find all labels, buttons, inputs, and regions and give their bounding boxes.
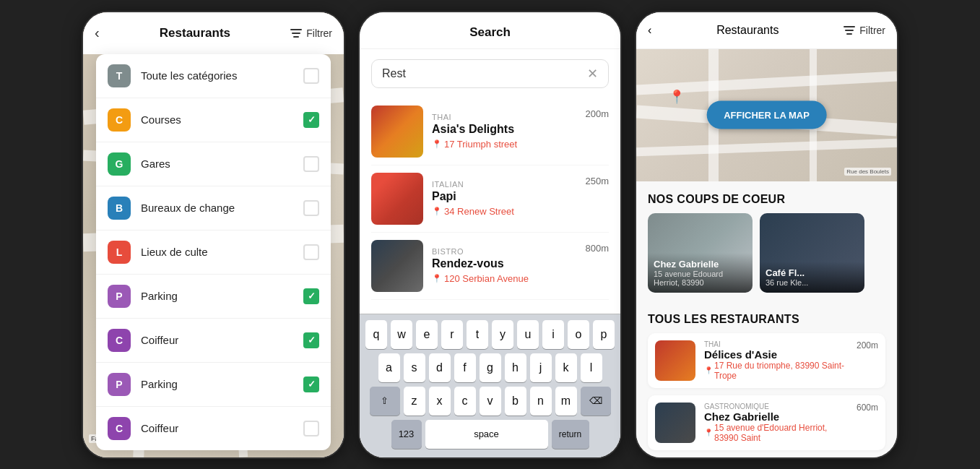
checkbox-parking2[interactable] bbox=[303, 377, 319, 392]
key-w[interactable]: w bbox=[391, 320, 412, 349]
keyboard: q w e r t y u i o p a s d f g h bbox=[360, 314, 620, 457]
key-b[interactable]: b bbox=[505, 387, 526, 416]
key-x[interactable]: x bbox=[429, 387, 451, 416]
cat-label-coiffeur2: Coiffeur bbox=[141, 422, 293, 434]
tous-info-2: GASTRONOMIQUE Chez Gabrielle 15 avenue d… bbox=[704, 403, 848, 443]
cat-badge-p2: P bbox=[108, 373, 131, 396]
kb-row-3: ⇧ z x c v b n m ⌫ bbox=[363, 387, 617, 416]
key-m[interactable]: m bbox=[555, 387, 577, 416]
key-p[interactable]: p bbox=[593, 320, 615, 349]
result-category-2: ITALIAN bbox=[432, 180, 576, 189]
result-name-2: Papi bbox=[432, 190, 576, 203]
tous-item-2[interactable]: GASTRONOMIQUE Chez Gabrielle 15 avenue d… bbox=[648, 395, 885, 450]
key-u[interactable]: u bbox=[517, 320, 539, 349]
screen3-filter-button[interactable]: Filtrer bbox=[844, 25, 885, 36]
key-c[interactable]: c bbox=[454, 387, 476, 416]
checkbox-parking1[interactable] bbox=[303, 288, 319, 304]
search-bar[interactable]: ✕ bbox=[371, 59, 609, 88]
result-address-1: 17 Triumph street bbox=[432, 139, 576, 150]
category-item-all[interactable]: T Toute les catégories bbox=[96, 54, 331, 98]
search-input[interactable] bbox=[382, 67, 581, 80]
key-space[interactable]: space bbox=[425, 420, 548, 449]
category-item-parking1[interactable]: P Parking bbox=[96, 275, 331, 319]
back-button[interactable]: ‹ bbox=[95, 25, 100, 41]
tous-item-1[interactable]: THAI Délices d'Asie 17 Rue du triomphe, … bbox=[648, 333, 885, 388]
key-l[interactable]: l bbox=[581, 353, 602, 382]
result-item-3[interactable]: BISTRO Rendez-vous 120 Serbian Avenue 80… bbox=[371, 233, 609, 300]
category-item-coiffeur2[interactable]: C Coiffeur bbox=[96, 407, 331, 450]
screen1-phone: 📍 📍 M Faidherbe - Chaligny ‹ Restaurants… bbox=[82, 11, 345, 459]
result-thumb-1 bbox=[371, 106, 423, 158]
tous-addr-1: 17 Rue du triomphe, 83990 Saint-Trope bbox=[704, 361, 848, 381]
key-d[interactable]: d bbox=[429, 353, 451, 382]
result-item-2[interactable]: ITALIAN Papi 34 Renew Street 250m bbox=[371, 165, 609, 233]
key-s[interactable]: s bbox=[404, 353, 425, 382]
filter-button[interactable]: Filtrer bbox=[290, 27, 332, 39]
map-section: 📍 📍 Rue des Boulets AFFICHER LA MAP bbox=[636, 49, 897, 181]
coup-card-1[interactable]: Chez Gabrielle 15 avenue Edouard Herriot… bbox=[648, 213, 753, 293]
category-item-lieux[interactable]: L Lieux de culte bbox=[96, 231, 331, 275]
checkbox-bureaux[interactable] bbox=[303, 200, 319, 216]
category-item-courses[interactable]: C Courses bbox=[96, 98, 331, 142]
key-e[interactable]: e bbox=[416, 320, 438, 349]
key-y[interactable]: y bbox=[492, 320, 513, 349]
cat-label-gares: Gares bbox=[141, 158, 293, 170]
key-r[interactable]: r bbox=[441, 320, 463, 349]
key-backspace[interactable]: ⌫ bbox=[581, 387, 611, 416]
tous-info-1: THAI Délices d'Asie 17 Rue du triomphe, … bbox=[704, 340, 848, 381]
checkbox-all[interactable] bbox=[303, 68, 319, 84]
key-t[interactable]: t bbox=[467, 320, 488, 349]
coups-section-title: NOS COUPS DE COEUR bbox=[636, 181, 897, 213]
afficher-map-button[interactable]: AFFICHER LA MAP bbox=[706, 101, 827, 129]
result-thumb-2 bbox=[371, 173, 423, 225]
cat-badge-c2: C bbox=[108, 329, 131, 352]
checkbox-gares[interactable] bbox=[303, 156, 319, 172]
category-item-parking2[interactable]: P Parking bbox=[96, 363, 331, 407]
cat-badge-c1: C bbox=[108, 108, 131, 132]
checkbox-coiffeur1[interactable] bbox=[303, 332, 319, 348]
cat-badge-l: L bbox=[108, 241, 131, 264]
coups-row: Chez Gabrielle 15 avenue Edouard Herriot… bbox=[636, 213, 897, 301]
category-dropdown: T Toute les catégories C Courses G Gares… bbox=[96, 54, 331, 450]
screen3-title: Restaurants bbox=[716, 24, 779, 37]
tous-thumb-1 bbox=[655, 340, 695, 381]
key-f[interactable]: f bbox=[454, 353, 476, 382]
key-z[interactable]: z bbox=[404, 387, 425, 416]
category-item-gares[interactable]: G Gares bbox=[96, 142, 331, 186]
coup-name-2: Café Fl... bbox=[766, 267, 859, 278]
search-results: THAI Asia's Delights 17 Triumph street 2… bbox=[360, 98, 620, 314]
key-a[interactable]: a bbox=[378, 353, 400, 382]
result-info-3: BISTRO Rendez-vous 120 Serbian Avenue bbox=[432, 247, 576, 284]
checkbox-lieux[interactable] bbox=[303, 244, 319, 260]
key-g[interactable]: g bbox=[480, 353, 501, 382]
coup-card-overlay-2: Café Fl... 36 rue Kle... bbox=[760, 262, 864, 293]
key-q[interactable]: q bbox=[365, 320, 387, 349]
key-k[interactable]: k bbox=[555, 353, 577, 382]
screen3-back-button[interactable]: ‹ bbox=[648, 24, 651, 37]
coup-card-overlay-1: Chez Gabrielle 15 avenue Edouard Herriot… bbox=[648, 253, 753, 293]
screen3-header: ‹ Restaurants Filtrer bbox=[636, 12, 897, 49]
key-j[interactable]: j bbox=[530, 353, 552, 382]
result-item-1[interactable]: THAI Asia's Delights 17 Triumph street 2… bbox=[371, 98, 609, 165]
key-h[interactable]: h bbox=[505, 353, 526, 382]
result-address-2: 34 Renew Street bbox=[432, 206, 576, 217]
key-n[interactable]: n bbox=[530, 387, 552, 416]
key-i[interactable]: i bbox=[542, 320, 564, 349]
search-clear-button[interactable]: ✕ bbox=[587, 67, 598, 80]
key-return[interactable]: return bbox=[552, 420, 589, 449]
coup-card-2[interactable]: Café Fl... 36 rue Kle... bbox=[760, 213, 864, 293]
checkbox-coiffeur2[interactable] bbox=[303, 421, 319, 436]
map-label: Rue des Boulets bbox=[844, 168, 891, 176]
key-shift[interactable]: ⇧ bbox=[370, 387, 400, 416]
cat-badge-b: B bbox=[108, 197, 131, 220]
tous-section-title: TOUS LES RESTAURANTS bbox=[636, 301, 897, 333]
category-item-bureaux[interactable]: B Bureaux de change bbox=[96, 186, 331, 231]
coup-addr-1: 15 avenue Edouard Herriot, 83990 bbox=[654, 270, 747, 287]
category-item-coiffeur1[interactable]: C Coiffeur bbox=[96, 319, 331, 363]
key-numbers[interactable]: 123 bbox=[391, 420, 422, 449]
checkbox-courses[interactable] bbox=[303, 112, 319, 128]
screen2-phone: Search ✕ THAI Asia's Delights 17 Triumph… bbox=[358, 11, 622, 459]
key-o[interactable]: o bbox=[568, 320, 589, 349]
key-v[interactable]: v bbox=[480, 387, 501, 416]
tous-addr-2: 15 avenue d'Edouard Herriot, 83990 Saint bbox=[704, 423, 848, 443]
